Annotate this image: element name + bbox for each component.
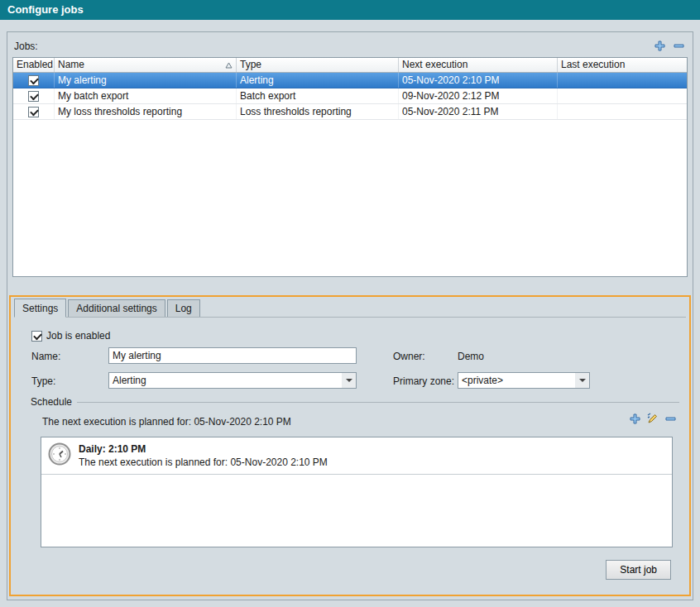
enabled-checkbox[interactable]	[28, 107, 39, 117]
enabled-checkbox-cell	[13, 104, 55, 119]
job-next-execution-cell: 05-Nov-2020 2:11 PM	[399, 104, 558, 119]
schedule-group: Schedule	[31, 396, 679, 408]
plus-icon	[630, 413, 640, 424]
type-dropdown[interactable]: Alerting	[108, 372, 357, 389]
schedule-toolbar	[630, 413, 676, 424]
tab-settings[interactable]: Settings	[14, 299, 66, 318]
tab-additional-settings[interactable]: Additional settings	[68, 299, 165, 317]
job-enabled-checkbox[interactable]	[31, 331, 42, 342]
schedule-entry-subtitle: The next execution is planned for: 05-No…	[79, 456, 328, 469]
configure-jobs-panel: Jobs: Enabled Name Type Next execution L…	[7, 31, 693, 600]
job-next-execution-cell: 09-Nov-2020 2:12 PM	[399, 88, 558, 103]
column-header-enabled[interactable]: Enabled	[13, 58, 55, 72]
column-header-next-execution[interactable]: Next execution	[399, 58, 558, 72]
chevron-down-icon	[575, 373, 589, 388]
jobs-table: Enabled Name Type Next execution Last ex…	[12, 57, 688, 277]
owner-label: Owner:	[393, 351, 425, 362]
job-name-cell: My loss thresholds reporting	[55, 104, 237, 119]
schedule-entry-title: Daily: 2:10 PM	[79, 442, 328, 456]
primary-zone-dropdown[interactable]: <private>	[458, 372, 590, 389]
job-next-execution-cell: 05-Nov-2020 2:10 PM	[399, 73, 558, 88]
primary-zone-dropdown-value: <private>	[462, 375, 503, 386]
enabled-checkbox[interactable]	[28, 75, 39, 86]
name-input[interactable]	[108, 347, 357, 364]
sort-ascending-icon	[225, 62, 233, 69]
group-divider	[77, 402, 679, 403]
clock-icon	[48, 442, 71, 466]
job-details-panel: Settings Additional settings Log Job is …	[9, 295, 691, 596]
column-header-last-execution[interactable]: Last execution	[558, 58, 687, 72]
add-job-button[interactable]	[654, 41, 665, 51]
minus-icon	[674, 41, 684, 51]
table-row[interactable]: My batch export Batch export 09-Nov-2020…	[13, 88, 687, 104]
primary-zone-label: Primary zone:	[393, 375, 454, 387]
schedule-list-item[interactable]: Daily: 2:10 PM The next execution is pla…	[41, 437, 672, 475]
jobs-table-header: Enabled Name Type Next execution Last ex…	[13, 58, 687, 73]
window-title: Configure jobs	[0, 0, 700, 20]
job-enabled-row: Job is enabled	[31, 330, 110, 342]
schedule-entry-text: Daily: 2:10 PM The next execution is pla…	[79, 442, 328, 469]
tab-log[interactable]: Log	[167, 299, 200, 317]
job-last-execution-cell	[558, 104, 687, 119]
add-schedule-button[interactable]	[630, 413, 640, 424]
remove-schedule-button[interactable]	[665, 413, 676, 424]
table-row[interactable]: My loss thresholds reporting Loss thresh…	[13, 104, 687, 120]
job-name-cell: My batch export	[55, 88, 237, 103]
schedule-list: Daily: 2:10 PM The next execution is pla…	[41, 437, 673, 547]
job-type-cell: Batch export	[237, 88, 399, 103]
schedule-group-label: Schedule	[31, 396, 72, 408]
jobs-toolbar	[654, 41, 684, 51]
job-enabled-label: Job is enabled	[46, 330, 110, 342]
job-last-execution-cell	[558, 88, 687, 103]
job-name-cell: My alerting	[55, 73, 237, 88]
details-tabs: Settings Additional settings Log	[14, 299, 686, 318]
chevron-down-icon	[342, 373, 356, 388]
owner-value: Demo	[458, 351, 484, 362]
edit-schedule-button[interactable]	[647, 413, 659, 424]
column-header-name[interactable]: Name	[55, 58, 237, 72]
job-type-cell: Alerting	[237, 73, 399, 88]
enabled-checkbox-cell	[13, 88, 55, 103]
job-type-cell: Loss thresholds reporting	[237, 104, 399, 119]
table-row[interactable]: My alerting Alerting 05-Nov-2020 2:10 PM	[13, 73, 687, 88]
name-label: Name:	[31, 351, 60, 362]
column-header-type[interactable]: Type	[237, 58, 399, 72]
remove-job-button[interactable]	[674, 41, 684, 51]
enabled-checkbox[interactable]	[28, 91, 39, 102]
enabled-checkbox-cell	[13, 73, 55, 88]
minus-icon	[665, 413, 676, 424]
job-last-execution-cell	[558, 73, 687, 88]
edit-icon	[647, 413, 659, 424]
type-label: Type:	[31, 375, 55, 387]
schedule-next-execution-text: The next execution is planned for: 05-No…	[42, 416, 291, 428]
start-job-button[interactable]: Start job	[606, 560, 671, 580]
jobs-label: Jobs:	[14, 41, 38, 52]
plus-icon	[654, 41, 665, 51]
type-dropdown-value: Alerting	[113, 375, 146, 386]
